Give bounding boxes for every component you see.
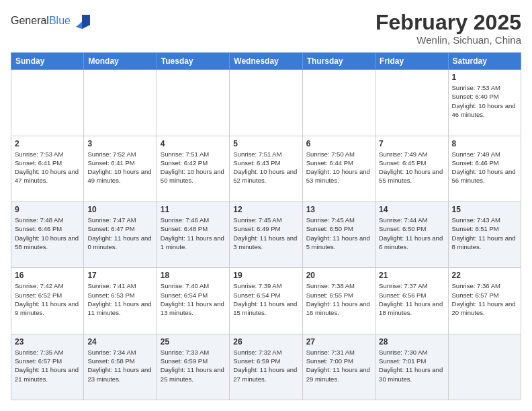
day-number: 16 [15, 271, 80, 280]
day-number: 27 [306, 337, 371, 347]
day-info: Sunrise: 7:37 AM Sunset: 6:56 PM Dayligh… [379, 281, 444, 317]
day-number: 15 [452, 205, 517, 214]
calendar-cell: 2Sunrise: 7:53 AM Sunset: 6:41 PM Daylig… [11, 136, 84, 201]
calendar-cell: 13Sunrise: 7:45 AM Sunset: 6:50 PM Dayli… [302, 201, 375, 267]
day-number: 10 [87, 205, 152, 214]
calendar-cell: 10Sunrise: 7:47 AM Sunset: 6:47 PM Dayli… [84, 201, 157, 267]
calendar-cell [157, 70, 229, 136]
calendar-row: 9Sunrise: 7:48 AM Sunset: 6:46 PM Daylig… [11, 201, 521, 267]
day-number: 1 [452, 73, 517, 82]
day-number: 25 [161, 337, 226, 347]
calendar-cell: 11Sunrise: 7:46 AM Sunset: 6:48 PM Dayli… [157, 201, 229, 267]
day-number: 26 [233, 337, 298, 347]
calendar-cell: 4Sunrise: 7:51 AM Sunset: 6:42 PM Daylig… [157, 136, 229, 201]
day-number: 9 [15, 205, 80, 214]
day-info: Sunrise: 7:39 AM Sunset: 6:54 PM Dayligh… [233, 281, 298, 317]
calendar-cell: 12Sunrise: 7:45 AM Sunset: 6:49 PM Dayli… [230, 201, 302, 267]
calendar-table: SundayMondayTuesdayWednesdayThursdayFrid… [11, 52, 521, 400]
calendar-row: 1Sunrise: 7:53 AM Sunset: 6:40 PM Daylig… [11, 70, 521, 136]
calendar-cell [302, 70, 375, 136]
day-info: Sunrise: 7:36 AM Sunset: 6:57 PM Dayligh… [452, 281, 517, 317]
day-number: 18 [161, 271, 226, 280]
day-info: Sunrise: 7:35 AM Sunset: 6:57 PM Dayligh… [15, 348, 80, 383]
logo-icon [72, 11, 92, 31]
calendar-cell: 27Sunrise: 7:31 AM Sunset: 7:00 PM Dayli… [302, 334, 375, 400]
day-info: Sunrise: 7:48 AM Sunset: 6:46 PM Dayligh… [15, 216, 80, 251]
calendar-cell [375, 70, 448, 136]
calendar-cell: 23Sunrise: 7:35 AM Sunset: 6:57 PM Dayli… [11, 334, 84, 400]
day-number: 20 [306, 271, 371, 280]
location-title: Wenlin, Sichuan, China [375, 34, 521, 46]
month-title: February 2025 [375, 11, 521, 34]
calendar-cell [230, 70, 302, 136]
calendar-cell [11, 70, 84, 136]
day-info: Sunrise: 7:30 AM Sunset: 7:01 PM Dayligh… [379, 348, 444, 383]
day-info: Sunrise: 7:44 AM Sunset: 6:50 PM Dayligh… [379, 216, 444, 251]
day-info: Sunrise: 7:42 AM Sunset: 6:52 PM Dayligh… [15, 281, 80, 317]
day-info: Sunrise: 7:50 AM Sunset: 6:44 PM Dayligh… [306, 150, 371, 185]
day-of-week-header: Sunday [11, 53, 84, 70]
calendar-cell: 26Sunrise: 7:32 AM Sunset: 6:59 PM Dayli… [230, 334, 302, 400]
day-of-week-header: Friday [375, 53, 448, 70]
day-info: Sunrise: 7:49 AM Sunset: 6:46 PM Dayligh… [452, 150, 517, 185]
calendar-cell: 15Sunrise: 7:43 AM Sunset: 6:51 PM Dayli… [448, 201, 521, 267]
day-of-week-header: Monday [84, 53, 157, 70]
day-of-week-header: Wednesday [230, 53, 302, 70]
calendar-cell: 28Sunrise: 7:30 AM Sunset: 7:01 PM Dayli… [375, 334, 448, 400]
day-number: 2 [15, 139, 80, 148]
calendar-cell: 21Sunrise: 7:37 AM Sunset: 6:56 PM Dayli… [375, 268, 448, 334]
logo-general-text: General [11, 15, 49, 26]
day-info: Sunrise: 7:49 AM Sunset: 6:45 PM Dayligh… [379, 150, 444, 185]
day-info: Sunrise: 7:45 AM Sunset: 6:49 PM Dayligh… [233, 216, 298, 251]
calendar-cell: 20Sunrise: 7:38 AM Sunset: 6:55 PM Dayli… [302, 268, 375, 334]
calendar-cell: 24Sunrise: 7:34 AM Sunset: 6:58 PM Dayli… [84, 334, 157, 400]
calendar-row: 2Sunrise: 7:53 AM Sunset: 6:41 PM Daylig… [11, 136, 521, 201]
day-info: Sunrise: 7:38 AM Sunset: 6:55 PM Dayligh… [306, 281, 371, 317]
day-number: 11 [161, 205, 226, 214]
calendar-cell [448, 334, 521, 400]
calendar-cell: 25Sunrise: 7:33 AM Sunset: 6:59 PM Dayli… [157, 334, 229, 400]
title-block: February 2025 Wenlin, Sichuan, China [375, 11, 521, 46]
calendar-row: 23Sunrise: 7:35 AM Sunset: 6:57 PM Dayli… [11, 334, 521, 400]
calendar-cell: 22Sunrise: 7:36 AM Sunset: 6:57 PM Dayli… [448, 268, 521, 334]
day-number: 14 [379, 205, 444, 214]
calendar-cell: 17Sunrise: 7:41 AM Sunset: 6:53 PM Dayli… [84, 268, 157, 334]
calendar-cell: 5Sunrise: 7:51 AM Sunset: 6:43 PM Daylig… [230, 136, 302, 201]
day-number: 13 [306, 205, 371, 214]
day-number: 21 [379, 271, 444, 280]
day-info: Sunrise: 7:52 AM Sunset: 6:41 PM Dayligh… [87, 150, 152, 185]
day-number: 28 [379, 337, 444, 347]
calendar-row: 16Sunrise: 7:42 AM Sunset: 6:52 PM Dayli… [11, 268, 521, 334]
day-info: Sunrise: 7:31 AM Sunset: 7:00 PM Dayligh… [306, 348, 371, 383]
calendar-cell: 6Sunrise: 7:50 AM Sunset: 6:44 PM Daylig… [302, 136, 375, 201]
calendar-cell: 16Sunrise: 7:42 AM Sunset: 6:52 PM Dayli… [11, 268, 84, 334]
day-number: 19 [233, 271, 298, 280]
calendar-cell: 7Sunrise: 7:49 AM Sunset: 6:45 PM Daylig… [375, 136, 448, 201]
day-of-week-header: Thursday [302, 53, 375, 70]
calendar-cell: 8Sunrise: 7:49 AM Sunset: 6:46 PM Daylig… [448, 136, 521, 201]
calendar-cell: 14Sunrise: 7:44 AM Sunset: 6:50 PM Dayli… [375, 201, 448, 267]
logo-blue-text: Blue [49, 15, 71, 26]
day-info: Sunrise: 7:53 AM Sunset: 6:41 PM Dayligh… [15, 150, 80, 185]
day-info: Sunrise: 7:33 AM Sunset: 6:59 PM Dayligh… [161, 348, 226, 383]
day-number: 12 [233, 205, 298, 214]
day-info: Sunrise: 7:40 AM Sunset: 6:54 PM Dayligh… [161, 281, 226, 317]
day-info: Sunrise: 7:47 AM Sunset: 6:47 PM Dayligh… [87, 216, 152, 251]
day-info: Sunrise: 7:45 AM Sunset: 6:50 PM Dayligh… [306, 216, 371, 251]
calendar-header-row: SundayMondayTuesdayWednesdayThursdayFrid… [11, 53, 521, 70]
calendar-cell: 1Sunrise: 7:53 AM Sunset: 6:40 PM Daylig… [448, 70, 521, 136]
day-number: 6 [306, 139, 371, 148]
day-number: 22 [452, 271, 517, 280]
day-info: Sunrise: 7:53 AM Sunset: 6:40 PM Dayligh… [452, 83, 517, 119]
svg-marker-1 [82, 15, 90, 29]
day-number: 5 [233, 139, 298, 148]
day-info: Sunrise: 7:41 AM Sunset: 6:53 PM Dayligh… [87, 281, 152, 317]
calendar-cell: 3Sunrise: 7:52 AM Sunset: 6:41 PM Daylig… [84, 136, 157, 201]
day-info: Sunrise: 7:46 AM Sunset: 6:48 PM Dayligh… [161, 216, 226, 251]
calendar-cell: 18Sunrise: 7:40 AM Sunset: 6:54 PM Dayli… [157, 268, 229, 334]
day-info: Sunrise: 7:34 AM Sunset: 6:58 PM Dayligh… [87, 348, 152, 383]
header: GeneralBlue February 2025 Wenlin, Sichua… [11, 11, 521, 46]
day-of-week-header: Saturday [448, 53, 521, 70]
day-number: 3 [87, 139, 152, 148]
day-of-week-header: Tuesday [157, 53, 229, 70]
